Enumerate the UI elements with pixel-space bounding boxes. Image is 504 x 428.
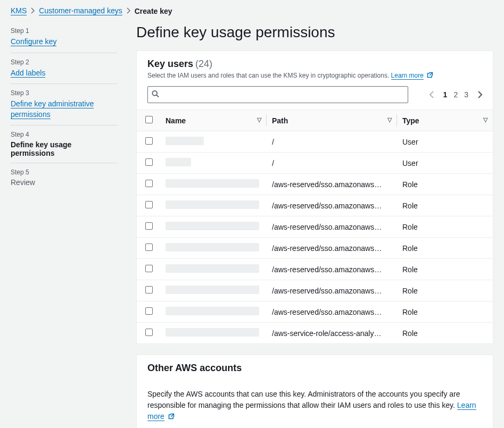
table-row: /User	[137, 153, 493, 174]
breadcrumb-current: Create key	[135, 7, 172, 15]
page-title: Define key usage permissions	[136, 24, 493, 41]
breadcrumb: KMS Customer-managed keys Create key	[0, 0, 504, 22]
table-row: /aws-reserved/sso.amazonaws…Role	[137, 238, 493, 259]
column-path-header[interactable]: Path	[272, 116, 288, 125]
row-checkbox[interactable]	[145, 222, 153, 230]
external-link-icon	[168, 412, 175, 423]
select-all-checkbox[interactable]	[145, 116, 153, 123]
redacted-name	[166, 200, 259, 209]
type-cell: Role	[397, 195, 493, 216]
type-cell: Role	[397, 323, 493, 344]
redacted-name	[166, 222, 259, 230]
other-accounts-desc: Specify the AWS accounts that can use th…	[147, 390, 460, 409]
breadcrumb-sep-icon	[31, 7, 35, 15]
svg-line-1	[156, 95, 159, 97]
redacted-name	[166, 328, 259, 337]
key-users-learn-more-link[interactable]: Learn more	[391, 72, 424, 80]
column-name-header[interactable]: Name	[166, 116, 186, 125]
search-input[interactable]	[147, 86, 408, 103]
other-accounts-title: Other AWS accounts	[147, 363, 242, 373]
type-cell: User	[397, 153, 493, 174]
redacted-name	[166, 286, 259, 294]
step-title[interactable]: Configure key	[11, 37, 56, 46]
step-label: Step 5	[11, 169, 117, 176]
page-prev-icon[interactable]	[429, 91, 434, 98]
step-label: Step 4	[11, 131, 117, 138]
path-cell: /aws-reserved/sso.amazonaws…	[267, 174, 397, 195]
type-cell: Role	[397, 174, 493, 195]
table-row: /aws-reserved/sso.amazonaws…Role	[137, 174, 493, 195]
sort-icon: ▽	[257, 116, 261, 123]
step-title: Define key usage permissions	[11, 140, 117, 157]
redacted-name	[166, 307, 259, 315]
sort-icon: ▽	[387, 116, 392, 123]
row-checkbox[interactable]	[145, 137, 153, 145]
redacted-name	[166, 243, 259, 251]
path-cell: /aws-reserved/sso.amazonaws…	[267, 216, 397, 238]
key-users-count: (24)	[195, 58, 212, 69]
table-row: /aws-reserved/sso.amazonaws…Role	[137, 280, 493, 301]
redacted-name	[166, 179, 259, 188]
path-cell: /aws-reserved/sso.amazonaws…	[267, 195, 397, 216]
wizard-step: Step 4Define key usage permissions	[11, 125, 117, 163]
column-type-header[interactable]: Type	[402, 116, 419, 125]
row-checkbox[interactable]	[145, 244, 153, 251]
path-cell: /aws-service-role/access-analy…	[267, 323, 397, 344]
page-number[interactable]: 2	[453, 90, 458, 99]
table-row: /aws-reserved/sso.amazonaws…Role	[137, 301, 493, 323]
step-title[interactable]: Define key administrative permissions	[11, 99, 94, 119]
wizard-step: Step 5Review	[11, 163, 117, 192]
table-row: /aws-reserved/sso.amazonaws…Role	[137, 259, 493, 280]
page-number[interactable]: 1	[443, 90, 448, 99]
redacted-name	[166, 264, 259, 273]
redacted-name	[166, 158, 191, 166]
row-checkbox[interactable]	[145, 329, 153, 336]
row-checkbox[interactable]	[145, 158, 153, 166]
row-checkbox[interactable]	[145, 307, 153, 315]
breadcrumb-kms[interactable]: KMS	[11, 6, 27, 15]
key-users-title: Key users	[147, 58, 193, 69]
type-cell: Role	[397, 280, 493, 301]
page-number[interactable]: 3	[464, 90, 468, 99]
row-checkbox[interactable]	[145, 180, 153, 187]
type-cell: Role	[397, 238, 493, 259]
search-box	[147, 86, 408, 103]
step-label: Step 3	[11, 89, 117, 97]
pagination: 123	[429, 90, 482, 99]
table-row: /User	[137, 131, 493, 153]
path-cell: /	[267, 153, 397, 174]
key-users-panel: Key users (24) Select the IAM users and …	[136, 51, 493, 344]
key-users-table: Name▽ Path▽ Type▽ /User/User/aws-reserve…	[137, 110, 493, 343]
wizard-step: Step 2Add labels	[11, 53, 117, 85]
path-cell: /aws-reserved/sso.amazonaws…	[267, 301, 397, 323]
path-cell: /aws-reserved/sso.amazonaws…	[267, 238, 397, 259]
step-label: Step 1	[11, 27, 117, 35]
row-checkbox[interactable]	[145, 286, 153, 293]
step-title[interactable]: Add labels	[11, 69, 45, 78]
redacted-name	[166, 137, 204, 145]
type-cell: Role	[397, 216, 493, 238]
key-users-subtitle: Select the IAM users and roles that can …	[147, 72, 389, 79]
type-cell: Role	[397, 259, 493, 280]
step-title: Review	[11, 178, 117, 187]
wizard-step: Step 1Configure key	[11, 22, 117, 53]
external-link-icon	[427, 72, 433, 80]
type-cell: User	[397, 131, 493, 153]
page-next-icon[interactable]	[478, 91, 482, 98]
svg-point-0	[152, 91, 157, 96]
type-cell: Role	[397, 301, 493, 323]
wizard-steps: Step 1Configure keyStep 2Add labelsStep …	[11, 22, 117, 428]
table-row: /aws-reserved/sso.amazonaws…Role	[137, 216, 493, 238]
sort-icon: ▽	[483, 116, 488, 123]
table-row: /aws-reserved/sso.amazonaws…Role	[137, 195, 493, 216]
breadcrumb-sep-icon	[127, 7, 130, 15]
wizard-step: Step 3Define key administrative permissi…	[11, 84, 117, 125]
row-checkbox[interactable]	[145, 265, 153, 272]
row-checkbox[interactable]	[145, 201, 153, 208]
breadcrumb-customer-managed-keys[interactable]: Customer-managed keys	[39, 6, 122, 15]
path-cell: /	[267, 131, 397, 153]
table-row: /aws-service-role/access-analy…Role	[137, 323, 493, 344]
search-icon	[152, 90, 159, 99]
path-cell: /aws-reserved/sso.amazonaws…	[267, 259, 397, 280]
step-label: Step 2	[11, 58, 117, 66]
